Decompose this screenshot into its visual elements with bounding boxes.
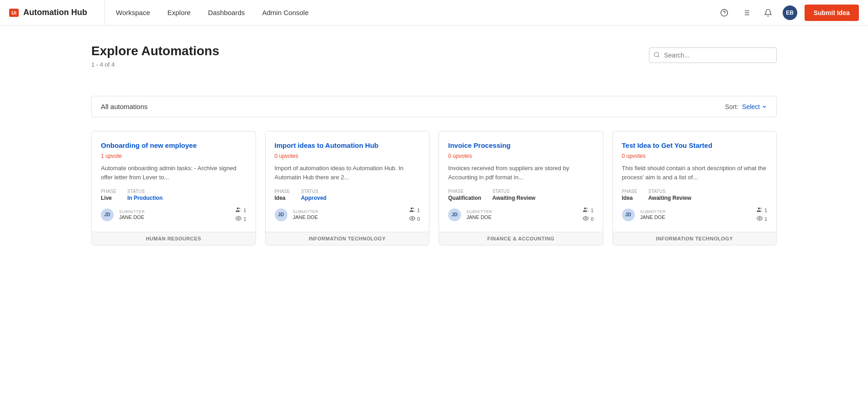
followers-count: 1 bbox=[764, 208, 767, 213]
svg-point-16 bbox=[758, 208, 760, 209]
submitter-info: SUBMITTER JANE DOE bbox=[466, 209, 492, 220]
card-title: Test Idea to Get You Started bbox=[622, 141, 768, 150]
submitter-label: SUBMITTER bbox=[466, 209, 492, 214]
card-stats: JD SUBMITTER JANE DOE 1 bbox=[275, 207, 420, 223]
followers-icon bbox=[409, 207, 415, 214]
sort-area: Sort: Select bbox=[707, 102, 768, 111]
user-avatar-button[interactable]: EB bbox=[783, 5, 797, 20]
notifications-button[interactable] bbox=[761, 5, 775, 20]
tasks-button[interactable] bbox=[739, 5, 753, 20]
svg-point-15 bbox=[585, 218, 586, 219]
nav-workspace[interactable]: Workspace bbox=[114, 9, 152, 16]
sort-select-button[interactable]: Select bbox=[742, 103, 767, 110]
svg-point-12 bbox=[411, 208, 413, 209]
search-wrapper bbox=[649, 47, 777, 63]
search-icon bbox=[654, 52, 660, 59]
search-input[interactable] bbox=[649, 47, 777, 63]
status-value: In Production bbox=[127, 195, 162, 201]
phase-value: Idea bbox=[622, 195, 638, 201]
card-title: Onboarding of new employee bbox=[101, 141, 246, 150]
card-stats: JD SUBMITTER JANE DOE 1 bbox=[101, 207, 246, 223]
card-phase: Phase Idea bbox=[622, 189, 638, 201]
submitter-name: JANE DOE bbox=[466, 214, 492, 220]
submitter-name: JANE DOE bbox=[119, 214, 145, 220]
phase-value: Idea bbox=[275, 195, 290, 201]
header: Ui Automation Hub Workspace Explore Dash… bbox=[0, 0, 868, 26]
card-upvotes: 1 upvote bbox=[101, 153, 246, 159]
card-phase: Phase Qualification bbox=[448, 189, 481, 201]
card-title: Import ideas to Automation Hub bbox=[275, 141, 420, 150]
nav-admin-console[interactable]: Admin Console bbox=[261, 9, 311, 16]
status-value: Awaiting Review bbox=[648, 195, 691, 201]
stat-group: 1 0 bbox=[409, 207, 420, 223]
nav-explore[interactable]: Explore bbox=[166, 9, 193, 16]
followers-count: 1 bbox=[243, 208, 246, 213]
automation-card[interactable]: Invoice Processing 0 upvotes Invoices re… bbox=[439, 131, 603, 245]
phase-label: Phase bbox=[101, 189, 116, 194]
page-header: Explore Automations 1 - 4 of 4 bbox=[91, 44, 220, 68]
views-icon bbox=[235, 215, 241, 223]
card-body: Invoice Processing 0 upvotes Invoices re… bbox=[439, 131, 603, 232]
card-title: Invoice Processing bbox=[448, 141, 594, 150]
svg-point-13 bbox=[412, 218, 413, 219]
submitter-name: JANE DOE bbox=[640, 214, 666, 220]
main-content: Explore Automations 1 - 4 of 4 All autom… bbox=[0, 26, 868, 396]
views-icon bbox=[757, 215, 763, 223]
automation-card[interactable]: Import ideas to Automation Hub 0 upvotes… bbox=[265, 131, 430, 245]
views-icon bbox=[409, 215, 415, 223]
followers-count: 1 bbox=[591, 208, 593, 213]
views-stat: 0 bbox=[409, 215, 420, 223]
views-stat: 0 bbox=[583, 215, 593, 223]
filter-icon bbox=[707, 102, 714, 111]
submitter-avatar: JD bbox=[448, 208, 461, 221]
logo-text: Automation Hub bbox=[23, 8, 87, 17]
page-header-area: Explore Automations 1 - 4 of 4 bbox=[91, 44, 777, 82]
card-body: Import ideas to Automation Hub 0 upvotes… bbox=[266, 131, 429, 232]
card-meta: Phase Live Status In Production bbox=[101, 189, 246, 201]
card-category: INFORMATION TECHNOLOGY bbox=[266, 232, 429, 245]
submitter-label: SUBMITTER bbox=[640, 209, 666, 214]
followers-stat: 1 bbox=[235, 207, 246, 214]
svg-point-14 bbox=[584, 208, 586, 209]
submit-idea-button[interactable]: Submit Idea bbox=[805, 5, 859, 21]
help-button[interactable] bbox=[717, 5, 732, 20]
stat-group: 1 1 bbox=[235, 207, 246, 223]
followers-count: 1 bbox=[417, 208, 420, 213]
stat-group: 1 0 bbox=[583, 207, 593, 223]
logo-area: Ui Automation Hub bbox=[0, 0, 105, 25]
submitter-label: SUBMITTER bbox=[293, 209, 319, 214]
automation-card[interactable]: Test Idea to Get You Started 0 upvotes T… bbox=[612, 131, 777, 245]
card-upvotes: 0 upvotes bbox=[622, 153, 768, 159]
followers-stat: 1 bbox=[583, 207, 593, 214]
status-value: Awaiting Review bbox=[492, 195, 535, 201]
submitter-avatar: JD bbox=[622, 208, 635, 221]
card-meta: Phase Idea Status Approved bbox=[275, 189, 420, 201]
nav-dashboards[interactable]: Dashboards bbox=[206, 9, 247, 16]
stat-group: 1 1 bbox=[757, 207, 767, 223]
svg-point-11 bbox=[238, 218, 239, 219]
card-description: Import of automation ideas to Automation… bbox=[275, 164, 420, 182]
card-body: Test Idea to Get You Started 0 upvotes T… bbox=[613, 131, 777, 232]
views-stat: 1 bbox=[757, 215, 767, 223]
submitter-info: SUBMITTER JANE DOE bbox=[119, 209, 145, 220]
card-category: FINANCE & ACCOUNTING bbox=[439, 232, 603, 245]
card-body: Onboarding of new employee 1 upvote Auto… bbox=[92, 131, 256, 232]
automation-card[interactable]: Onboarding of new employee 1 upvote Auto… bbox=[91, 131, 256, 245]
card-stats: JD SUBMITTER JANE DOE 1 bbox=[622, 207, 768, 223]
card-status: Status Awaiting Review bbox=[492, 189, 535, 201]
card-upvotes: 0 upvotes bbox=[448, 153, 594, 159]
submitter-info: SUBMITTER JANE DOE bbox=[293, 209, 319, 220]
card-meta: Phase Qualification Status Awaiting Revi… bbox=[448, 189, 594, 201]
submitter-avatar: JD bbox=[101, 208, 114, 221]
status-label: Status bbox=[301, 189, 326, 194]
views-icon bbox=[583, 215, 589, 223]
card-meta: Phase Idea Status Awaiting Review bbox=[622, 189, 768, 201]
svg-line-9 bbox=[658, 56, 659, 57]
card-phase: Phase Idea bbox=[275, 189, 290, 201]
main-nav: Workspace Explore Dashboards Admin Conso… bbox=[105, 0, 708, 25]
card-status: Status Approved bbox=[301, 189, 326, 201]
submitter-info: SUBMITTER JANE DOE bbox=[640, 209, 666, 220]
submitter-avatar: JD bbox=[275, 208, 288, 221]
phase-label: Phase bbox=[448, 189, 481, 194]
card-description: Invoices received from suppliers are sto… bbox=[448, 164, 594, 182]
